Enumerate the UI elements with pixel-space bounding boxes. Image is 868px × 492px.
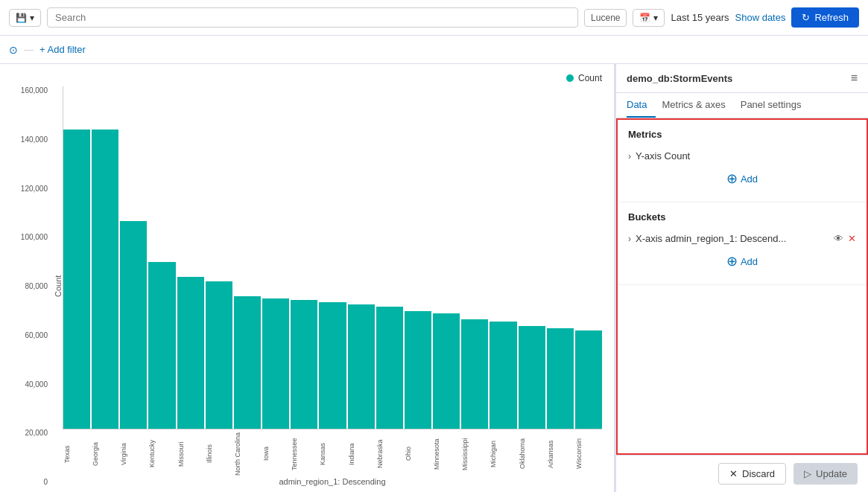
add-bucket-label: Add bbox=[741, 256, 758, 267]
refresh-button[interactable]: ↻ Refresh bbox=[791, 7, 859, 28]
bar bbox=[120, 221, 147, 429]
filter-divider: — bbox=[24, 44, 34, 55]
chart-area: Count 020,00040,00060,00080,000100,00012… bbox=[0, 64, 615, 492]
panel-tabs: Data Metrics & axes Panel settings bbox=[616, 93, 868, 118]
bar bbox=[234, 296, 261, 429]
metric-label: Y-axis Count bbox=[636, 150, 856, 162]
bar bbox=[148, 262, 175, 429]
bar bbox=[63, 130, 90, 429]
show-dates-button[interactable]: Show dates bbox=[735, 12, 786, 23]
panel-title: demo_db:StormEvents bbox=[627, 73, 732, 84]
bar bbox=[575, 330, 602, 429]
y-tick: 140,000 bbox=[12, 135, 48, 144]
x-label: Mississippi bbox=[461, 432, 488, 476]
panel-header: demo_db:StormEvents ≡ bbox=[616, 64, 868, 93]
save-icon: 💾 bbox=[16, 13, 27, 23]
x-axis-title: admin_region_1: Descending bbox=[63, 477, 602, 486]
bucket-close-icon[interactable]: ✕ bbox=[848, 233, 856, 244]
calendar-chevron-icon: ▾ bbox=[653, 13, 658, 23]
tab-panel-settings[interactable]: Panel settings bbox=[741, 93, 811, 118]
x-label: Illinois bbox=[206, 432, 232, 476]
bar bbox=[206, 281, 232, 429]
tab-data[interactable]: Data bbox=[627, 93, 656, 118]
bar bbox=[461, 319, 488, 429]
date-range-label: Last 15 years bbox=[671, 12, 729, 23]
x-label: Kansas bbox=[319, 432, 346, 476]
legend-dot bbox=[566, 74, 574, 82]
buckets-section-title: Buckets bbox=[628, 211, 856, 223]
panel-menu-icon[interactable]: ≡ bbox=[851, 71, 858, 85]
metrics-section-title: Metrics bbox=[628, 129, 856, 140]
metric-item[interactable]: › Y-axis Count bbox=[628, 147, 856, 164]
x-label: Georgia bbox=[92, 432, 118, 476]
panel-body: Metrics › Y-axis Count ⊕ Add Buckets › X… bbox=[616, 118, 868, 455]
update-button[interactable]: ▷ Update bbox=[793, 463, 858, 485]
x-label: Iowa bbox=[262, 432, 289, 476]
filter-bar: ⊙ — + Add filter bbox=[0, 36, 868, 64]
y-tick: 100,000 bbox=[12, 233, 48, 241]
save-button[interactable]: 💾 ▾ bbox=[9, 9, 41, 27]
update-label: Update bbox=[816, 468, 847, 479]
x-label: Arkansas bbox=[547, 432, 574, 476]
x-label: Wisconsin bbox=[575, 432, 602, 476]
bar bbox=[376, 307, 403, 429]
chart-inner: TexasGeorgiaVirginiaKentuckyMissouriIlli… bbox=[63, 86, 602, 486]
x-label: Oklahoma bbox=[519, 432, 545, 476]
y-axis-title: Count bbox=[54, 275, 63, 297]
legend-label: Count bbox=[578, 73, 602, 83]
bar bbox=[92, 130, 118, 429]
y-tick: 40,000 bbox=[12, 380, 48, 389]
x-label: Virginia bbox=[120, 432, 147, 476]
bar bbox=[262, 298, 289, 429]
bucket-actions: 👁 ✕ bbox=[834, 233, 856, 244]
bucket-label: X-axis admin_region_1: Descend... bbox=[636, 233, 829, 244]
y-axis-title-container: Count bbox=[51, 86, 63, 486]
add-metric-row[interactable]: ⊕ Add bbox=[628, 164, 856, 193]
x-label: Minnesota bbox=[433, 432, 460, 476]
bar bbox=[348, 304, 375, 429]
y-axis-labels: 020,00040,00060,00080,000100,000120,0001… bbox=[12, 86, 51, 486]
x-labels-container: TexasGeorgiaVirginiaKentuckyMissouriIlli… bbox=[63, 432, 602, 476]
x-label: Tennessee bbox=[291, 432, 317, 476]
x-label: Kentucky bbox=[148, 432, 175, 476]
bars-container bbox=[63, 86, 602, 429]
x-label: Texas bbox=[63, 432, 90, 476]
y-tick: 0 bbox=[12, 478, 48, 486]
bar bbox=[490, 322, 516, 429]
refresh-icon: ↻ bbox=[802, 12, 810, 23]
y-tick: 20,000 bbox=[12, 429, 48, 437]
add-filter-button[interactable]: + Add filter bbox=[39, 44, 86, 55]
y-tick: 80,000 bbox=[12, 282, 48, 290]
tab-metrics-axes[interactable]: Metrics & axes bbox=[662, 93, 734, 118]
bar bbox=[519, 326, 545, 429]
eye-icon[interactable]: 👁 bbox=[834, 233, 843, 244]
discard-icon: ✕ bbox=[729, 468, 738, 479]
bar bbox=[177, 277, 204, 429]
lucene-button[interactable]: Lucene bbox=[584, 9, 627, 27]
x-label: Missouri bbox=[177, 432, 204, 476]
panel-footer: ✕ Discard ▷ Update bbox=[616, 455, 868, 492]
discard-button[interactable]: ✕ Discard bbox=[718, 463, 786, 485]
calendar-icon: 📅 bbox=[639, 13, 650, 23]
search-input[interactable] bbox=[47, 7, 578, 28]
top-bar: 💾 ▾ Lucene 📅 ▾ Last 15 years Show dates … bbox=[0, 0, 868, 36]
metric-chevron-icon: › bbox=[628, 151, 631, 162]
add-bucket-icon: ⊕ bbox=[726, 253, 738, 269]
x-label: Indiana bbox=[348, 432, 375, 476]
refresh-label: Refresh bbox=[814, 12, 849, 23]
right-panel: demo_db:StormEvents ≡ Data Metrics & axe… bbox=[615, 64, 868, 492]
chart-legend: Count bbox=[12, 73, 602, 83]
update-play-icon: ▷ bbox=[804, 468, 811, 479]
date-picker[interactable]: 📅 ▾ bbox=[633, 9, 665, 27]
metrics-section: Metrics › Y-axis Count ⊕ Add bbox=[618, 120, 867, 202]
save-chevron-icon: ▾ bbox=[30, 13, 34, 23]
filter-circle-icon[interactable]: ⊙ bbox=[9, 44, 18, 56]
bar bbox=[405, 311, 431, 429]
bucket-chevron-icon: › bbox=[628, 234, 631, 244]
x-label: Nebraska bbox=[376, 432, 403, 476]
add-bucket-row[interactable]: ⊕ Add bbox=[628, 247, 856, 275]
bar bbox=[547, 328, 574, 429]
bar bbox=[433, 313, 460, 429]
y-tick: 60,000 bbox=[12, 331, 48, 339]
bucket-item[interactable]: › X-axis admin_region_1: Descend... 👁 ✕ bbox=[628, 230, 856, 247]
